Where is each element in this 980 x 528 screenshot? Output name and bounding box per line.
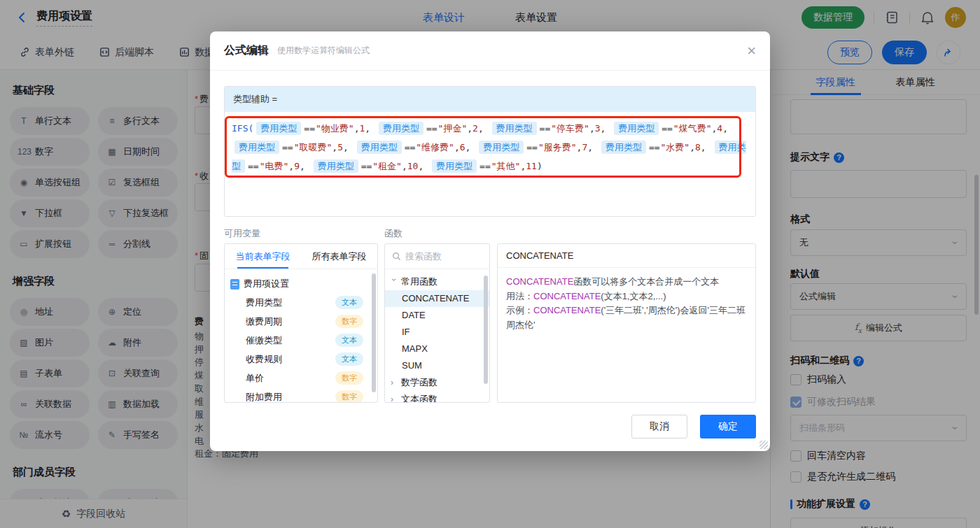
resize-handle-icon[interactable] <box>760 441 768 449</box>
formula-number: 11 <box>526 161 537 171</box>
formula-number: 10 <box>407 161 419 171</box>
formula-field-chip[interactable]: 费用类型 <box>601 141 646 154</box>
search-icon <box>392 252 401 261</box>
formula-number: 6 <box>460 142 465 152</box>
formula-punct: , <box>402 161 407 171</box>
confirm-button[interactable]: 确定 <box>700 415 756 438</box>
variables-label: 可用变量 <box>224 227 260 240</box>
modal-subtitle: 使用数学运算符编辑公式 <box>277 45 370 57</box>
function-group[interactable]: ›文本函数 <box>385 391 489 403</box>
functions-scrollbar[interactable] <box>484 276 488 384</box>
search-placeholder: 搜索函数 <box>405 250 442 263</box>
tab-current-form-fields[interactable]: 当前表单字段 <box>225 244 301 269</box>
variables-panel: 当前表单字段 所有表单字段 费用项设置费用类型文本缴费周期数字催缴类型文本收费规… <box>224 243 378 403</box>
function-detail-description: CONCATENATE函数可以将多个文本合并成一个文本用法：CONCATENAT… <box>498 268 755 339</box>
formula-field-chip[interactable]: 费用类型 <box>432 159 477 173</box>
variables-form-node[interactable]: 费用项设置 <box>230 275 372 293</box>
formula-punct: , <box>601 123 612 134</box>
formula-string: "押金" <box>438 123 468 134</box>
function-group[interactable]: ›数学函数 <box>385 374 489 391</box>
formula-field-chip[interactable]: 费用类型 <box>234 141 279 154</box>
formula-punct: ) <box>537 161 542 171</box>
formula-number: 9 <box>294 161 300 171</box>
function-item[interactable]: MAPX <box>385 341 489 357</box>
formula-string: "煤气费" <box>673 123 712 134</box>
detail-text: 用法： <box>506 291 533 301</box>
formula-punct: , <box>418 161 429 171</box>
formula-operator: == <box>282 142 293 152</box>
variable-name: 缴费周期 <box>246 315 282 328</box>
detail-text: 函数可以将多个文本合并成一个文本 <box>573 276 719 287</box>
formula-number: 2 <box>472 123 478 134</box>
formula-punct: , <box>343 142 354 152</box>
formula-string: "取暖费" <box>294 142 332 152</box>
formula-number: 5 <box>337 142 343 152</box>
formula-operator: == <box>248 161 259 171</box>
function-detail-title: CONCATENATE <box>498 244 755 268</box>
functions-label: 函数 <box>384 227 402 240</box>
formula-field-chip[interactable]: 费用类型 <box>357 141 402 154</box>
formula-operator: == <box>649 142 660 152</box>
variable-row[interactable]: 费用类型文本 <box>230 293 372 312</box>
modal-title: 公式编辑 <box>224 43 269 58</box>
formula-editor-modal: 公式编辑 使用数学运算符编辑公式 × 类型辅助 = IFS(费用类型=="物业费… <box>210 31 770 451</box>
function-search-input[interactable]: 搜索函数 <box>385 244 489 269</box>
function-group[interactable]: ›常用函数 <box>385 273 489 290</box>
variable-row[interactable]: 催缴类型文本 <box>230 331 372 350</box>
variable-type-badge: 文本 <box>335 352 363 366</box>
formula-punct: , <box>467 123 472 134</box>
cancel-button[interactable]: 取消 <box>631 415 687 438</box>
formula-punct: , <box>300 161 311 171</box>
formula-editor-area[interactable]: 类型辅助 = IFS(费用类型=="物业费",1, 费用类型=="押金",2, … <box>224 86 756 217</box>
formula-operator: == <box>540 123 551 134</box>
function-item[interactable]: DATE <box>385 307 489 324</box>
formula-function-token: IFS( <box>232 123 253 134</box>
formula-punct: , <box>288 161 294 171</box>
formula-field-chip[interactable]: 费用类型 <box>256 122 301 135</box>
formula-expression[interactable]: IFS(费用类型=="物业费",1, 费用类型=="押金",2, 费用类型=="… <box>225 112 755 183</box>
function-detail-panel: CONCATENATE CONCATENATE函数可以将多个文本合并成一个文本用… <box>497 243 756 403</box>
tab-all-form-fields[interactable]: 所有表单字段 <box>301 244 377 269</box>
caret-right-icon: › <box>391 394 398 403</box>
close-icon[interactable]: × <box>747 43 756 59</box>
function-group-name: 文本函数 <box>401 393 438 403</box>
formula-field-chip[interactable]: 费用类型 <box>614 122 659 135</box>
formula-number: 8 <box>695 142 701 152</box>
function-item[interactable]: IF <box>385 324 489 341</box>
formula-operator: == <box>479 161 491 171</box>
variables-scrollbar[interactable] <box>372 273 376 392</box>
modal-footer: 取消 确定 <box>631 415 756 438</box>
formula-string: "停车费" <box>551 123 589 134</box>
formula-operator: == <box>361 161 372 171</box>
formula-punct: , <box>690 142 695 152</box>
formula-punct: , <box>589 123 595 134</box>
variable-row[interactable]: 单价数字 <box>230 369 372 387</box>
functions-panel: 搜索函数 ›常用函数CONCATENATEDATEIFMAPXSUM›数学函数›… <box>384 243 490 403</box>
variable-type-badge: 数字 <box>335 371 363 385</box>
formula-string: "电费" <box>260 161 289 171</box>
formula-field-chip[interactable]: 费用类型 <box>314 159 358 173</box>
variable-row[interactable]: 附加费用数字 <box>230 387 372 403</box>
formula-operator: == <box>304 123 315 134</box>
formula-operator: == <box>662 123 673 134</box>
formula-punct: , <box>465 142 477 152</box>
formula-operator: == <box>405 142 416 152</box>
variable-row[interactable]: 缴费周期数字 <box>230 312 372 331</box>
caret-right-icon: › <box>391 378 398 387</box>
function-name-text: CONCATENATE <box>533 291 601 301</box>
formula-field-chip[interactable]: 费用类型 <box>379 122 424 135</box>
variable-type-badge: 数字 <box>335 390 363 403</box>
variable-row[interactable]: 收费规则文本 <box>230 350 372 369</box>
function-item[interactable]: CONCATENATE <box>385 290 489 307</box>
formula-string: "物业费" <box>316 123 354 134</box>
detail-text: 示例： <box>506 305 533 315</box>
variable-name: 附加费用 <box>246 391 282 404</box>
function-item[interactable]: SUM <box>385 357 489 374</box>
formula-number: 4 <box>717 123 722 134</box>
formula-field-chip[interactable]: 费用类型 <box>492 122 537 135</box>
detail-line: CONCATENATE函数可以将多个文本合并成一个文本 <box>506 275 747 290</box>
form-doc-icon <box>230 279 239 290</box>
formula-string: "其他" <box>491 161 521 171</box>
variable-name: 收费规则 <box>246 353 282 366</box>
formula-field-chip[interactable]: 费用类型 <box>479 141 524 154</box>
